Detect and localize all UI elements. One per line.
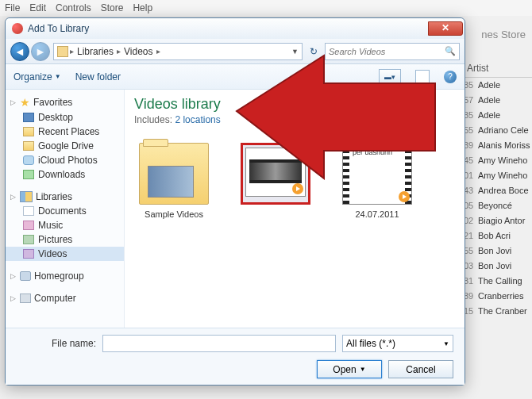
item-label: Sample Videos: [134, 209, 214, 219]
titlebar: Add To Library ✕: [6, 18, 465, 39]
sidebar-item-documents[interactable]: Documents: [6, 204, 124, 218]
navigation-bar: ◄ ► ▸ Libraries ▸ Videos ▸ ▼ ↻ 🔍: [6, 39, 465, 64]
libraries-group[interactable]: ▷Libraries: [6, 190, 124, 204]
artist-row[interactable]: 55Adriano Cele: [461, 123, 532, 138]
search-box[interactable]: 🔍: [325, 43, 460, 60]
library-icon: [20, 191, 33, 202]
folder-icon: [23, 141, 34, 151]
favorites-group[interactable]: ▷★Favorites: [6, 94, 124, 110]
content-pane: Videos library Includes: 2 locations Arr…: [125, 90, 465, 328]
preview-pane-button[interactable]: [415, 70, 430, 84]
video-icon: [23, 249, 34, 259]
filename-input[interactable]: [102, 335, 336, 352]
artist-row[interactable]: 55Bon Jovi: [461, 244, 532, 259]
sidebar-item-icloud-photos[interactable]: iCloud Photos: [6, 153, 124, 167]
arrange-by-dropdown[interactable]: Folder ▾: [394, 99, 428, 110]
artist-column-header[interactable]: Artist: [467, 63, 488, 74]
cloud-icon: [23, 155, 34, 165]
file-type-filter[interactable]: All files (*.*)▼: [342, 335, 453, 352]
forward-button[interactable]: ►: [31, 42, 50, 61]
breadcrumb[interactable]: ▸ Libraries ▸ Videos ▸ ▼: [53, 43, 303, 60]
artist-row[interactable]: 02Biagio Antor: [461, 213, 532, 228]
app-icon: [12, 23, 23, 34]
breadcrumb-dropdown-icon[interactable]: ▼: [291, 48, 299, 56]
dropdown-icon: ▼: [360, 366, 366, 373]
desktop-icon: [23, 113, 34, 122]
refresh-button[interactable]: ↻: [306, 46, 322, 57]
artist-row[interactable]: 39Alanis Moriss: [461, 138, 532, 153]
video-thumbnail: [241, 143, 310, 205]
menu-help[interactable]: Help: [133, 2, 152, 13]
artist-row[interactable]: 15The Cranber: [461, 304, 532, 319]
background-menu: File Edit Controls Store Help: [0, 0, 532, 16]
chevron-right-icon: ▸: [156, 47, 160, 56]
artist-row[interactable]: 39Cranberries: [461, 289, 532, 304]
artist-row[interactable]: 31The Calling: [461, 274, 532, 289]
video-item-24-07-2011[interactable]: per dashurin 24.07.2011: [337, 143, 417, 219]
breadcrumb-videos[interactable]: Videos: [122, 46, 154, 57]
homegroup-icon: [20, 271, 31, 281]
folder-icon: [57, 46, 68, 57]
video-item-selected[interactable]: [236, 143, 315, 219]
dialog-title: Add To Library: [28, 23, 428, 34]
artist-row[interactable]: 35Adele: [461, 78, 532, 93]
folder-thumbnail: [139, 143, 209, 205]
toolbar: Organize▼ New folder ▬▾ ?: [6, 64, 465, 90]
item-label: 24.07.2011: [337, 209, 417, 219]
picture-icon: [23, 235, 34, 244]
computer-group[interactable]: ▷Computer: [6, 291, 124, 305]
sidebar-item-music[interactable]: Music: [6, 218, 124, 232]
locations-link[interactable]: 2 locations: [175, 114, 220, 125]
sidebar-item-videos[interactable]: Videos: [6, 247, 124, 261]
filename-label: File name:: [17, 338, 96, 349]
folder-icon: [23, 127, 34, 136]
sidebar-item-google-drive[interactable]: Google Drive: [6, 139, 124, 153]
artist-row[interactable]: 45Amy Wineho: [461, 153, 532, 168]
artist-row[interactable]: 35Adele: [461, 108, 532, 123]
dialog-footer: File name: All files (*.*)▼ Open▼ Cancel: [6, 328, 465, 385]
video-thumbnail: per dashurin: [342, 143, 412, 205]
menu-controls[interactable]: Controls: [56, 2, 91, 13]
back-button[interactable]: ◄: [10, 42, 29, 61]
menu-store[interactable]: Store: [101, 2, 124, 13]
chevron-right-icon: ▸: [70, 47, 74, 56]
chevron-right-icon: ▸: [117, 47, 121, 56]
cancel-button[interactable]: Cancel: [388, 360, 453, 378]
artist-row[interactable]: 05Beyoncé: [461, 198, 532, 213]
open-button[interactable]: Open▼: [317, 360, 382, 378]
artist-row[interactable]: 21Bob Acri: [461, 228, 532, 244]
menu-edit[interactable]: Edit: [29, 2, 46, 13]
background-artist-list: Artist 35Adele57Adele35Adele55Adriano Ce…: [461, 59, 532, 319]
background-store-label: nes Store: [481, 29, 526, 40]
breadcrumb-libraries[interactable]: Libraries: [75, 46, 115, 57]
sidebar-item-desktop[interactable]: Desktop: [6, 110, 124, 125]
artist-row[interactable]: 57Adele: [461, 93, 532, 108]
arrange-by: Arrange by: Folder ▾: [341, 99, 428, 110]
play-icon: [292, 183, 303, 194]
folder-item-sample-videos[interactable]: Sample Videos: [134, 143, 214, 219]
organize-button[interactable]: Organize▼: [13, 71, 61, 82]
star-icon: ★: [20, 96, 30, 109]
new-folder-button[interactable]: New folder: [75, 71, 121, 82]
play-icon: [399, 191, 410, 202]
search-input[interactable]: [329, 47, 445, 56]
navigation-sidebar: ▷★Favorites Desktop Recent Places Google…: [6, 90, 125, 328]
computer-icon: [20, 293, 31, 303]
artist-row[interactable]: 01Amy Wineho: [461, 168, 532, 183]
download-icon: [23, 170, 34, 179]
sidebar-item-pictures[interactable]: Pictures: [6, 232, 124, 247]
search-icon: 🔍: [445, 46, 456, 56]
document-icon: [23, 206, 34, 216]
menu-file[interactable]: File: [5, 2, 20, 13]
sidebar-item-recent-places[interactable]: Recent Places: [6, 125, 124, 139]
close-button[interactable]: ✕: [428, 21, 463, 36]
sidebar-item-downloads[interactable]: Downloads: [6, 167, 124, 182]
music-icon: [23, 221, 34, 230]
library-subtitle: Includes: 2 locations: [134, 114, 455, 125]
view-options-button[interactable]: ▬▾: [379, 69, 401, 85]
homegroup-group[interactable]: ▷Homegroup: [6, 269, 124, 283]
add-to-library-dialog: Add To Library ✕ ◄ ► ▸ Libraries ▸ Video…: [5, 17, 465, 386]
artist-row[interactable]: 43Andrea Boce: [461, 183, 532, 198]
artist-row[interactable]: 03Bon Jovi: [461, 259, 532, 274]
help-button[interactable]: ?: [444, 71, 457, 83]
